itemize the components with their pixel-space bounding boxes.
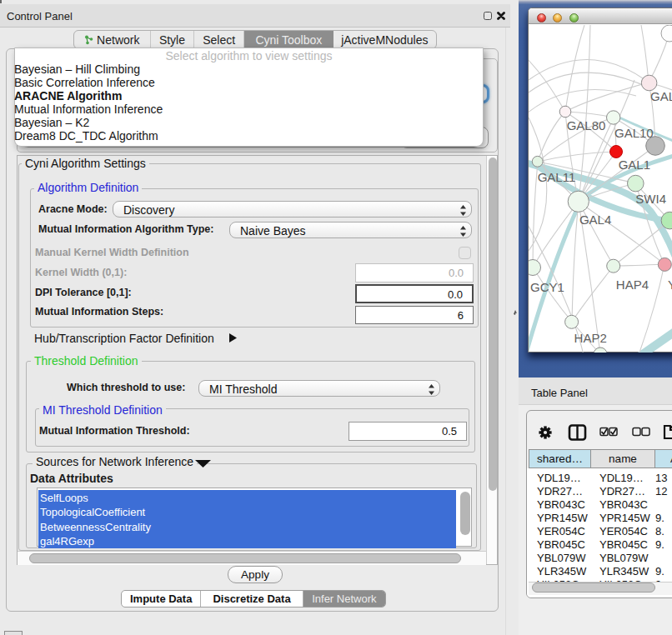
svg-text:GAL: GAL [650,89,672,103]
svg-text:GAL80: GAL80 [567,118,606,132]
svg-text:GAL4: GAL4 [579,212,611,227]
svg-text:GCY1: GCY1 [530,280,564,294]
svg-text:GAL10: GAL10 [614,126,654,140]
svg-text:SWI4: SWI4 [635,192,666,206]
svg-text:HAP2: HAP2 [574,331,607,345]
svg-text:GAL11: GAL11 [538,170,576,184]
svg-text:Y: Y [668,278,672,292]
svg-text:GAL1: GAL1 [619,158,650,172]
svg-text:HAP4: HAP4 [616,278,649,292]
